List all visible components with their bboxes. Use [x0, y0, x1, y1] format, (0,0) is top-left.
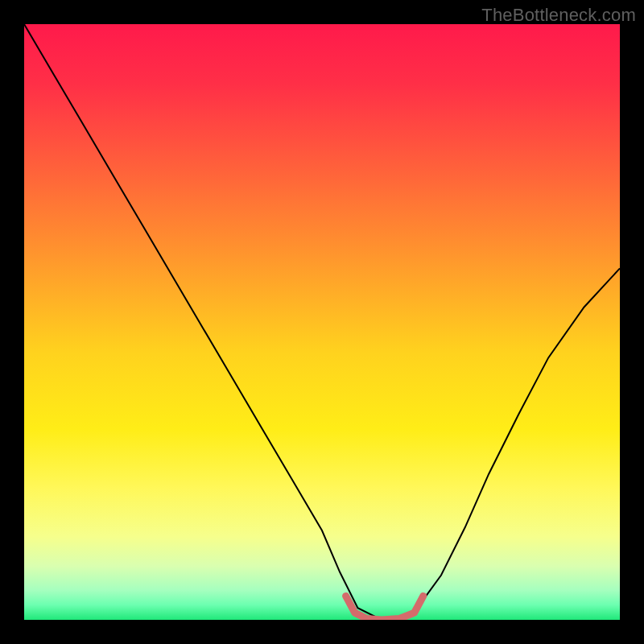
plot-area — [24, 24, 620, 620]
watermark-text: TheBottleneck.com — [481, 5, 636, 26]
chart-frame: TheBottleneck.com — [0, 0, 644, 644]
chart-svg — [24, 24, 620, 620]
